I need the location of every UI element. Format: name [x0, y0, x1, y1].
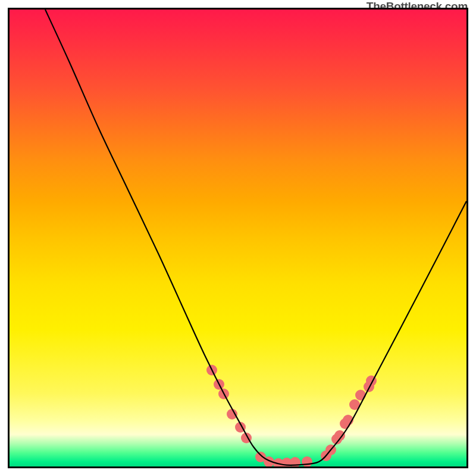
bottleneck-curve — [45, 10, 466, 465]
plot-frame — [8, 8, 468, 468]
scatter-dot — [227, 409, 237, 419]
chart-svg — [10, 10, 466, 466]
scatter-markers — [206, 365, 377, 466]
scatter-dot — [355, 390, 366, 400]
chart-container: TheBottleneck.com — [0, 0, 476, 476]
